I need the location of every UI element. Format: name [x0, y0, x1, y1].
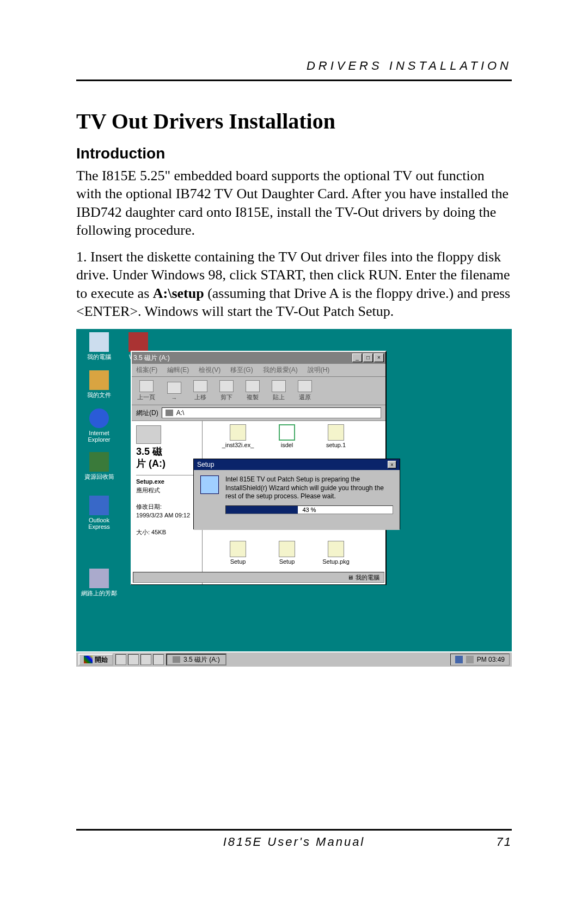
tool-back[interactable]: 上一頁	[137, 380, 155, 401]
desktop-label: 網路上的芳鄰	[79, 590, 119, 596]
tool-forward[interactable]: →	[167, 382, 181, 401]
menu-go[interactable]: 移至(G)	[230, 365, 253, 375]
explorer-statusbar: 🖥 我的電腦	[133, 572, 384, 583]
setup-message: Intel 815E TV out Patch Setup is prepari…	[225, 475, 384, 500]
ql-icon[interactable]	[140, 654, 151, 665]
windows-icon	[84, 656, 93, 663]
menu-file[interactable]: 檔案(F)	[136, 365, 157, 375]
copy-icon	[246, 380, 260, 392]
quick-launch	[115, 654, 164, 665]
footer-rule	[76, 829, 512, 831]
progress-percent: 43 %	[226, 506, 393, 514]
file-label: isdel	[281, 442, 293, 448]
dialog-title: Setup	[197, 461, 214, 468]
drive-title-1: 3.5 磁	[136, 446, 162, 457]
file-item[interactable]: Setup.pkg	[317, 541, 355, 565]
taskbar[interactable]: 開始 3.5 磁片 (A:) PM 03:49	[76, 651, 512, 667]
file-label: setup.1	[326, 442, 346, 448]
desktop-icon-network[interactable]: 網路上的芳鄰	[79, 569, 119, 596]
file-label: Setup.pkg	[322, 558, 350, 565]
forward-icon	[167, 382, 181, 394]
tool-label: 剪下	[220, 394, 232, 400]
tool-copy[interactable]: 複製	[246, 380, 260, 401]
close-button[interactable]: ×	[374, 353, 384, 362]
desktop-label: Internet Explorer	[79, 430, 119, 443]
desktop-label: Outlook Express	[79, 517, 119, 530]
section-subtitle: Introduction	[76, 145, 512, 162]
tray-icon[interactable]	[466, 656, 474, 663]
maximize-button[interactable]: □	[363, 353, 373, 362]
ql-icon[interactable]	[115, 654, 126, 665]
statusbar-text: 我的電腦	[356, 574, 379, 582]
file-icon	[328, 541, 344, 557]
undo-icon	[298, 380, 312, 392]
file-icon	[279, 424, 295, 441]
sel-file-name: Setup.exe	[136, 478, 164, 485]
menu-help[interactable]: 說明(H)	[308, 365, 330, 375]
window-title: 3.5 磁片 (A:)	[133, 353, 170, 363]
desktop-icon-ie[interactable]: Internet Explorer	[79, 408, 119, 443]
menu-bar[interactable]: 檔案(F) 編輯(E) 檢視(V) 移至(G) 我的最愛(A) 說明(H)	[132, 364, 385, 377]
menu-edit[interactable]: 編輯(E)	[167, 365, 189, 375]
desktop-icon-recycle[interactable]: 資源回收筒	[79, 452, 119, 480]
tool-label: 複製	[247, 394, 259, 400]
start-label: 開始	[95, 655, 108, 664]
address-value: A:\	[176, 409, 185, 417]
desktop-icon-outlook[interactable]: Outlook Express	[79, 496, 119, 530]
tray-clock: PM 03:49	[477, 656, 505, 663]
file-item[interactable]: _inst32i.ex_	[219, 424, 257, 448]
system-tray[interactable]: PM 03:49	[450, 654, 510, 666]
tool-cut[interactable]: 剪下	[219, 380, 234, 401]
file-label: Setup	[279, 558, 295, 565]
step-1-paragraph: 1. Insert the diskette containing the TV…	[76, 248, 512, 320]
file-item[interactable]: Setup	[268, 541, 306, 565]
desktop-label: 資源回收筒	[79, 473, 119, 480]
drive-title-2: 片 (A:)	[136, 458, 166, 469]
desktop-icon-my-documents[interactable]: 我的文件	[79, 370, 119, 398]
floppy-icon	[173, 656, 180, 663]
window-titlebar[interactable]: 3.5 磁片 (A:) _ □ ×	[132, 352, 385, 364]
ql-icon[interactable]	[128, 654, 139, 665]
tool-label: 貼上	[273, 394, 285, 400]
dialog-close-button[interactable]: ×	[388, 461, 396, 468]
sel-file-date-label: 修改日期:	[136, 503, 162, 510]
taskbar-task[interactable]: 3.5 磁片 (A:)	[166, 654, 226, 666]
folder-icon	[89, 370, 109, 390]
tool-up[interactable]: 上移	[193, 380, 207, 401]
file-icon	[328, 424, 344, 441]
setup-icon	[200, 475, 219, 494]
tool-label: 上一頁	[137, 394, 155, 400]
tool-undo[interactable]: 還原	[298, 380, 312, 401]
sel-file-date: 1999/3/23 AM 09:12	[136, 512, 190, 518]
tool-paste[interactable]: 貼上	[272, 380, 286, 401]
up-icon	[193, 380, 207, 392]
start-button[interactable]: 開始	[78, 654, 113, 666]
tray-icon[interactable]	[455, 656, 463, 663]
file-item[interactable]: isdel	[268, 424, 306, 448]
task-label: 3.5 磁片 (A:)	[183, 655, 220, 664]
winzip-icon	[128, 332, 148, 352]
file-item[interactable]: setup.1	[317, 424, 355, 448]
menu-fav[interactable]: 我的最愛(A)	[263, 365, 298, 375]
recycle-icon	[89, 452, 109, 472]
ie-icon	[89, 408, 109, 428]
sel-file-type: 應用程式	[136, 487, 160, 493]
desktop-icon-my-computer[interactable]: 我的電腦	[79, 332, 119, 360]
file-label: Setup	[230, 558, 246, 565]
file-item[interactable]: Setup	[219, 541, 257, 565]
floppy-icon	[166, 410, 173, 416]
progress-bar: 43 %	[225, 505, 393, 514]
minimize-button[interactable]: _	[352, 353, 362, 362]
setup-dialog: Setup × Intel 815E TV out Patch Setup is…	[193, 459, 400, 529]
file-label: _inst32i.ex_	[222, 442, 254, 448]
drive-icon	[136, 425, 161, 444]
address-input[interactable]: A:\	[162, 407, 381, 418]
menu-view[interactable]: 檢視(V)	[199, 365, 220, 375]
tool-label: →	[171, 395, 177, 401]
page-footer: I815E User's Manual 71	[76, 829, 512, 849]
back-icon	[139, 380, 154, 392]
ql-icon[interactable]	[153, 654, 164, 665]
dialog-titlebar[interactable]: Setup ×	[194, 459, 400, 470]
file-icon	[279, 541, 295, 557]
footer-manual-name: I815E User's Manual	[223, 835, 365, 849]
